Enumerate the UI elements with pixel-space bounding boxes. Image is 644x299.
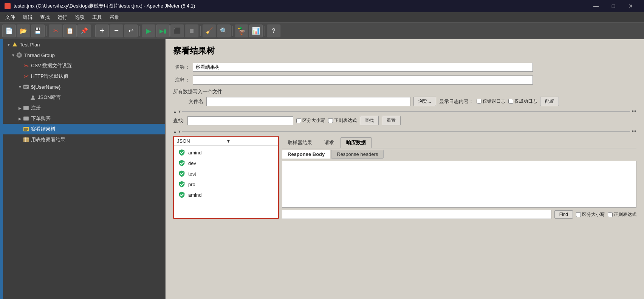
tree-item-view-results[interactable]: 察看结果树 xyxy=(3,124,165,134)
menu-help[interactable]: 帮助 xyxy=(106,12,123,22)
remote-button[interactable]: 🦆 xyxy=(235,25,248,37)
cut-button[interactable]: ✂ xyxy=(49,25,62,37)
title-bar: tester.jmx (C:\Users\hzxy\Desktop\测试专用图片… xyxy=(0,0,644,12)
maximize-button[interactable]: □ xyxy=(605,0,622,12)
sidebar-tree: ▼ Test Plan ▼ Thread Group xyxy=(3,39,166,299)
shield-icon-5 xyxy=(178,191,185,198)
tree-item-order[interactable]: ▶ 下单购买 xyxy=(3,113,165,124)
tab-response-headers[interactable]: Response headers xyxy=(331,150,384,159)
menu-tools[interactable]: 工具 xyxy=(88,12,106,22)
left-edge-handle[interactable] xyxy=(0,39,3,299)
find-case-label[interactable]: 区分大小写 xyxy=(576,211,605,218)
window-title: tester.jmx (C:\Users\hzxy\Desktop\测试专用图片… xyxy=(14,3,587,9)
divider-1: ▲ ▼ ••• xyxy=(173,108,636,114)
config-button[interactable]: 配置 xyxy=(540,97,559,106)
tree-label-view-results: 察看结果树 xyxy=(31,126,56,133)
json-dropdown[interactable]: JSON ▼ xyxy=(174,137,278,146)
menu-run[interactable]: 运行 xyxy=(54,12,71,22)
undo-button[interactable]: ↩ xyxy=(124,25,138,37)
find-btn[interactable]: Find xyxy=(554,210,573,219)
tree-item-thread-group[interactable]: ▼ Thread Group xyxy=(3,50,165,60)
tree-item-http-defaults[interactable]: ✂ HTTP请求默认值 xyxy=(3,71,165,82)
result-top: JSON ▼ amind xyxy=(173,136,636,219)
regex-checkbox[interactable] xyxy=(328,118,333,123)
tree-label-json-assert: JSON断言 xyxy=(38,94,61,101)
result-area: JSON ▼ amind xyxy=(173,136,636,219)
json-list-item-test[interactable]: test xyxy=(174,168,278,179)
clear-button[interactable]: 🧹 xyxy=(203,25,216,37)
tree-item-register[interactable]: ▶ 注册 xyxy=(3,103,165,113)
minimize-button[interactable]: — xyxy=(587,0,605,12)
paste-button[interactable]: 📌 xyxy=(77,25,91,37)
shield-icon-1 xyxy=(178,149,185,156)
tree-item-json-assert[interactable]: JSON断言 xyxy=(3,92,165,103)
toolbar: 📄 📂 💾 ✂ 📋 📌 + − ↩ ▶ ▶▮ ⬛ ⏹ 🧹 🔍 🦆 📊 ? xyxy=(0,23,644,39)
close-button[interactable]: ✕ xyxy=(622,0,639,12)
new-button[interactable]: 📄 xyxy=(2,25,16,37)
svg-rect-17 xyxy=(23,137,29,142)
only-success-checkbox-label[interactable]: 仅成功日志 xyxy=(508,98,537,105)
response-body-area xyxy=(282,161,636,208)
json-list-item-amind-2[interactable]: amind xyxy=(174,190,278,200)
json-result-panel: JSON ▼ amind xyxy=(173,136,279,219)
dropdown-arrow-icon: ▼ xyxy=(226,138,275,144)
json-dropdown-value: JSON xyxy=(177,138,226,144)
comment-row: 注释： xyxy=(173,76,636,85)
only-errors-checkbox[interactable] xyxy=(477,99,481,104)
svg-point-10 xyxy=(32,96,34,98)
browse-button[interactable]: 浏览... xyxy=(413,97,436,106)
tab-request[interactable]: 请求 xyxy=(319,137,340,148)
add-button[interactable]: + xyxy=(95,25,109,37)
tree-item-username[interactable]: ▼ ${UserName} xyxy=(3,82,165,92)
find-case-checkbox[interactable] xyxy=(576,212,581,217)
tab-sampler-result[interactable]: 取样器结果 xyxy=(282,137,318,148)
sep3 xyxy=(139,26,140,36)
regex-label[interactable]: 正则表达式 xyxy=(328,117,357,124)
tab-response-data[interactable]: 响应数据 xyxy=(341,137,372,148)
json-list-item-amind-1[interactable]: amind xyxy=(174,147,278,158)
find-input[interactable] xyxy=(282,210,551,219)
copy-button[interactable]: 📋 xyxy=(63,25,77,37)
find-regex-checkbox[interactable] xyxy=(608,212,613,217)
templates-button[interactable]: 📊 xyxy=(249,25,263,37)
open-button[interactable]: 📂 xyxy=(17,25,30,37)
file-input[interactable] xyxy=(206,97,410,106)
only-errors-checkbox-label[interactable]: 仅错误日志 xyxy=(477,98,505,105)
svg-rect-12 xyxy=(23,117,29,120)
json-list-item-dev[interactable]: dev xyxy=(174,158,278,168)
panel-content: 察看结果树 名称： 注释： 所有数据写入一个文件 文件名 浏览... 显示日志内… xyxy=(166,39,644,299)
menu-edit[interactable]: 编辑 xyxy=(19,12,36,22)
help-button[interactable]: ? xyxy=(267,25,280,37)
search-input[interactable] xyxy=(187,116,293,125)
svg-marker-0 xyxy=(12,42,17,46)
menu-file[interactable]: 文件 xyxy=(2,12,19,22)
shield-icon-4 xyxy=(178,181,185,188)
comment-input[interactable] xyxy=(193,76,533,85)
only-success-checkbox[interactable] xyxy=(508,99,513,104)
tree-item-table-results[interactable]: 用表格察看结果 xyxy=(3,134,165,145)
menu-find[interactable]: 查找 xyxy=(36,12,54,22)
reset-button[interactable]: 重置 xyxy=(382,116,401,125)
tree-label-test-plan: Test Plan xyxy=(20,42,40,48)
tab-response-body[interactable]: Response Body xyxy=(282,150,330,159)
start-button[interactable]: ▶ xyxy=(142,25,155,37)
case-sensitive-label[interactable]: 区分大小写 xyxy=(296,117,325,124)
log-content-label: 显示日志内容： xyxy=(439,98,474,105)
find-button[interactable]: 查找 xyxy=(360,116,379,125)
json-list-item-pro[interactable]: pro xyxy=(174,179,278,190)
write-all-label: 所有数据写入一个文件 xyxy=(173,88,636,95)
search-button[interactable]: 🔍 xyxy=(217,25,231,37)
stop-button[interactable]: ⬛ xyxy=(170,25,184,37)
name-input[interactable] xyxy=(193,63,533,72)
tree-item-csv[interactable]: ✂ CSV 数据文件设置 xyxy=(3,60,165,71)
result-tabs: 取样器结果 请求 响应数据 xyxy=(282,136,636,148)
json-list: amind dev xyxy=(174,146,278,202)
case-sensitive-checkbox[interactable] xyxy=(296,118,301,123)
remove-button[interactable]: − xyxy=(110,25,123,37)
tree-item-test-plan[interactable]: ▼ Test Plan xyxy=(3,39,165,50)
menu-options[interactable]: 选项 xyxy=(71,12,88,22)
shutdown-button[interactable]: ⏹ xyxy=(185,25,198,37)
start-no-pause-button[interactable]: ▶▮ xyxy=(156,25,170,37)
find-regex-label[interactable]: 正则表达式 xyxy=(608,211,636,218)
save-button[interactable]: 💾 xyxy=(31,25,45,37)
